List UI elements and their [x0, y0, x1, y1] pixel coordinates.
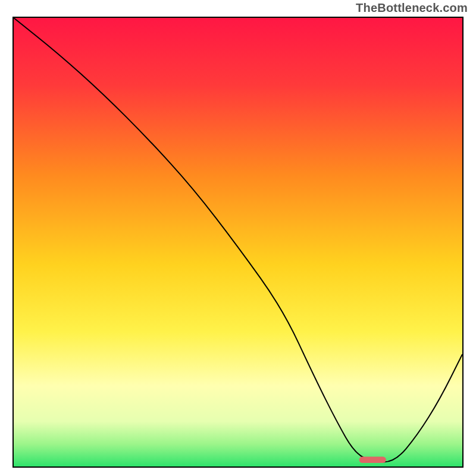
plot-frame	[12, 17, 464, 468]
optimal-range-marker	[359, 456, 386, 463]
plot-area	[14, 18, 462, 466]
chart-container: TheBottleneck.com	[0, 0, 476, 476]
watermark-label: TheBottleneck.com	[356, 1, 468, 15]
curve-layer	[14, 18, 462, 466]
bottleneck-curve	[14, 18, 462, 462]
